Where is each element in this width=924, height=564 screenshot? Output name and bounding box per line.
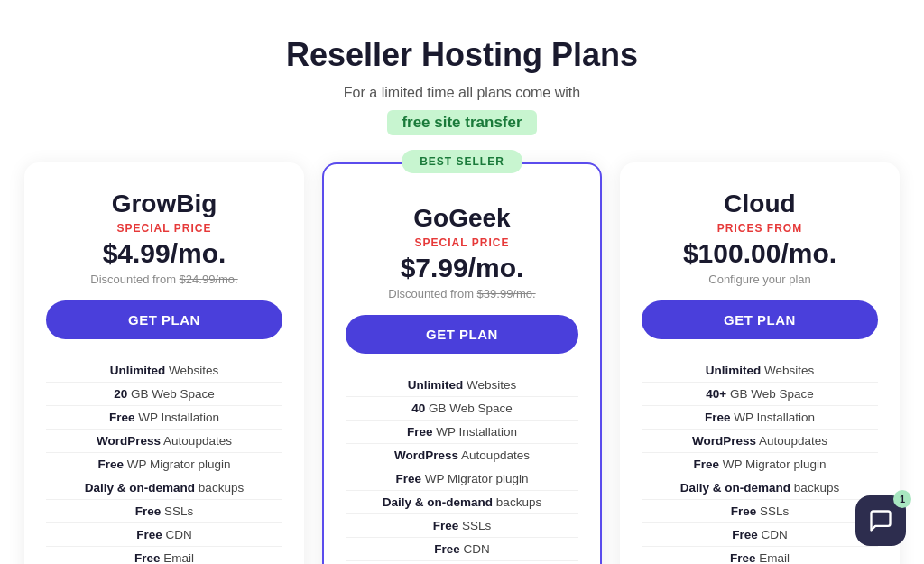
price-gogeek: $7.99/mo. bbox=[346, 253, 578, 283]
chat-widget[interactable]: 1 bbox=[855, 495, 906, 546]
price-label-gogeek: SPECIAL PRICE bbox=[346, 236, 578, 249]
plan-name-growbig: GrowBig bbox=[46, 190, 282, 218]
feature-item: Free SSLs bbox=[642, 500, 878, 523]
feature-item: Free Email bbox=[46, 547, 282, 564]
features-list-growbig: Unlimited Websites20 GB Web SpaceFree WP… bbox=[46, 359, 282, 564]
plan-card-growbig: GrowBigSPECIAL PRICE$4.99/mo.Discounted … bbox=[24, 162, 304, 564]
features-list-cloud: Unlimited Websites40+ GB Web SpaceFree W… bbox=[642, 359, 878, 564]
plans-container: GrowBigSPECIAL PRICE$4.99/mo.Discounted … bbox=[18, 162, 906, 564]
chat-badge: 1 bbox=[893, 490, 911, 508]
get-plan-button-gogeek[interactable]: GET PLAN bbox=[346, 315, 578, 354]
plan-card-gogeek: BEST SELLERGoGeekSPECIAL PRICE$7.99/mo.D… bbox=[322, 162, 602, 564]
price-label-growbig: SPECIAL PRICE bbox=[46, 222, 282, 235]
feature-item: WordPress Autoupdates bbox=[46, 430, 282, 453]
feature-item: Daily & on-demand backups bbox=[642, 476, 878, 500]
feature-item: Free CDN bbox=[346, 538, 578, 561]
subtitle-text: For a limited time all plans come with bbox=[18, 85, 906, 101]
configure-text-cloud: Configure your plan bbox=[642, 273, 878, 286]
header-section: Reseller Hosting Plans For a limited tim… bbox=[18, 36, 906, 135]
plan-name-gogeek: GoGeek bbox=[346, 204, 578, 233]
get-plan-button-cloud[interactable]: GET PLAN bbox=[642, 300, 878, 339]
price-label-cloud: PRICES FROM bbox=[642, 222, 878, 235]
best-seller-badge: BEST SELLER bbox=[402, 150, 522, 173]
page-title: Reseller Hosting Plans bbox=[18, 36, 906, 74]
feature-item: WordPress Autoupdates bbox=[642, 430, 878, 453]
get-plan-button-growbig[interactable]: GET PLAN bbox=[46, 300, 282, 339]
feature-item: 20 GB Web Space bbox=[46, 383, 282, 406]
feature-item: Free SSLs bbox=[46, 500, 282, 523]
feature-item: Free WP Migrator plugin bbox=[46, 453, 282, 476]
page-wrapper: Reseller Hosting Plans For a limited tim… bbox=[0, 0, 924, 564]
plan-name-cloud: Cloud bbox=[642, 190, 878, 218]
chat-icon bbox=[868, 508, 893, 533]
feature-item: Unlimited Websites bbox=[46, 359, 282, 383]
feature-item: Free WP Migrator plugin bbox=[346, 467, 578, 491]
discounted-from-gogeek: Discounted from $39.99/mo. bbox=[346, 287, 578, 300]
highlight-badge: free site transfer bbox=[387, 110, 536, 135]
feature-item: Daily & on-demand backups bbox=[46, 476, 282, 500]
feature-item: WordPress Autoupdates bbox=[346, 444, 578, 467]
feature-item: Free Email bbox=[642, 547, 878, 564]
feature-item: Free SSLs bbox=[346, 514, 578, 538]
feature-item: Free WP Installation bbox=[46, 406, 282, 430]
feature-item: Unlimited Websites bbox=[642, 359, 878, 383]
feature-item: Unlimited Websites bbox=[346, 374, 578, 397]
feature-item: Free WP Migrator plugin bbox=[642, 453, 878, 476]
feature-item: Free CDN bbox=[46, 523, 282, 547]
discounted-from-growbig: Discounted from $24.99/mo. bbox=[46, 273, 282, 286]
feature-item: 40 GB Web Space bbox=[346, 397, 578, 421]
feature-item: Free CDN bbox=[642, 523, 878, 547]
feature-item: Daily & on-demand backups bbox=[346, 491, 578, 514]
price-cloud: $100.00/mo. bbox=[642, 238, 878, 269]
feature-item: Free WP Installation bbox=[642, 406, 878, 430]
feature-item: Free WP Installation bbox=[346, 421, 578, 444]
feature-item: 40+ GB Web Space bbox=[642, 383, 878, 406]
features-list-gogeek: Unlimited Websites40 GB Web SpaceFree WP… bbox=[346, 374, 578, 564]
price-growbig: $4.99/mo. bbox=[46, 238, 282, 269]
